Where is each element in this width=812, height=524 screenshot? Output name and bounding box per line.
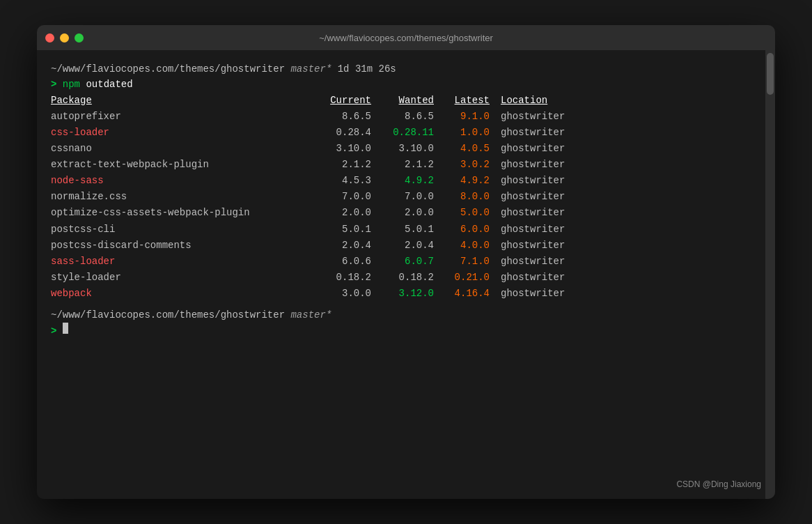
terminal-content: ~/www/flaviocopes.com/themes/ghostwriter… [37,50,775,499]
pkg-wanted: 6.0.7 [371,254,434,270]
pkg-wanted: 8.6.5 [371,109,434,125]
pkg-location: ghostwriter [490,125,573,141]
branch-1: master* [290,61,331,77]
table-row: node-sass 4.5.3 4.9.2 4.9.2 ghostwriter [51,173,761,189]
prompt-line-1: ~/www/flaviocopes.com/themes/ghostwriter… [51,61,761,77]
prompt-line-2: ~/www/flaviocopes.com/themes/ghostwriter… [51,307,761,323]
pkg-latest: 4.0.0 [434,238,490,254]
pkg-wanted: 0.18.2 [371,270,434,286]
pkg-wanted: 2.0.0 [371,205,434,221]
pkg-latest: 1.0.0 [434,125,490,141]
cmd-args: outdated [86,77,132,92]
pkg-latest: 3.0.2 [434,157,490,173]
pkg-location: ghostwriter [490,205,573,221]
pkg-latest: 7.1.0 [434,254,490,270]
pkg-current: 3.10.0 [309,141,371,157]
pkg-current: 2.0.4 [309,238,371,254]
pkg-wanted: 2.1.2 [371,157,434,173]
pkg-current: 7.0.0 [309,189,371,205]
table-row: webpack 3.0.0 3.12.0 4.16.4 ghostwriter [51,286,761,302]
traffic-lights [45,33,84,43]
prompt-line-3: > [51,323,761,339]
pkg-latest: 4.16.4 [434,286,490,302]
path-1: ~/www/flaviocopes.com/themes/ghostwriter [51,61,285,77]
pkg-latest: 5.0.0 [434,205,490,221]
pkg-name: normalize.css [51,189,309,205]
pkg-current: 8.6.5 [309,109,371,125]
pkg-name: css-loader [51,125,309,141]
pkg-location: ghostwriter [490,189,573,205]
prompt-symbol-2: > [51,323,63,339]
pkg-wanted: 0.28.11 [371,125,434,141]
pkg-latest: 4.0.5 [434,141,490,157]
header-wanted: Wanted [371,93,434,109]
table-row: sass-loader 6.0.6 6.0.7 7.1.0 ghostwrite… [51,254,761,270]
package-table: autoprefixer 8.6.5 8.6.5 9.1.0 ghostwrit… [51,109,761,302]
table-row: autoprefixer 8.6.5 8.6.5 9.1.0 ghostwrit… [51,109,761,125]
time-1: 1d 31m 26s [338,61,396,77]
pkg-location: ghostwriter [490,157,573,173]
table-row: extract-text-webpack-plugin 2.1.2 2.1.2 … [51,157,761,173]
pkg-name: cssnano [51,141,309,157]
pkg-location: ghostwriter [490,254,573,270]
pkg-wanted: 5.0.1 [371,222,434,238]
cursor [63,323,68,334]
pkg-wanted: 7.0.0 [371,189,434,205]
pkg-current: 5.0.1 [309,222,371,238]
pkg-name: postcss-discard-comments [51,238,309,254]
pkg-name: extract-text-webpack-plugin [51,157,309,173]
pkg-wanted: 4.9.2 [371,173,434,189]
pkg-current: 3.0.0 [309,286,371,302]
path-2: ~/www/flaviocopes.com/themes/ghostwriter [51,307,285,323]
scrollbar-track[interactable] [765,50,775,499]
table-row: normalize.css 7.0.0 7.0.0 8.0.0 ghostwri… [51,189,761,205]
pkg-latest: 8.0.0 [434,189,490,205]
table-row: optimize-css-assets-webpack-plugin 2.0.0… [51,205,761,221]
pkg-location: ghostwriter [490,286,573,302]
pkg-location: ghostwriter [490,173,573,189]
pkg-name: sass-loader [51,254,309,270]
close-button[interactable] [45,33,54,43]
table-header: Package Current Wanted Latest Location [51,93,761,109]
pkg-latest: 6.0.0 [434,222,490,238]
table-row: cssnano 3.10.0 3.10.0 4.0.5 ghostwriter [51,141,761,157]
command-line: > npm outdated [51,77,761,92]
pkg-current: 0.28.4 [309,125,371,141]
pkg-location: ghostwriter [490,109,573,125]
header-package: Package [51,93,309,109]
watermark: CSDN @Ding Jiaxiong [676,479,761,489]
title-bar: ~/www/flaviocopes.com/themes/ghostwriter [37,25,775,50]
pkg-location: ghostwriter [490,270,573,286]
pkg-latest: 4.9.2 [434,173,490,189]
pkg-location: ghostwriter [490,238,573,254]
pkg-name: node-sass [51,173,309,189]
pkg-current: 6.0.6 [309,254,371,270]
pkg-name: optimize-css-assets-webpack-plugin [51,205,309,221]
table-row: postcss-discard-comments 2.0.4 2.0.4 4.0… [51,238,761,254]
maximize-button[interactable] [75,33,84,43]
pkg-latest: 0.21.0 [434,270,490,286]
header-latest: Latest [434,93,490,109]
scrollbar-thumb[interactable] [767,53,774,95]
branch-2: master* [290,307,331,323]
pkg-current: 4.5.3 [309,173,371,189]
pkg-current: 2.1.2 [309,157,371,173]
pkg-wanted: 2.0.4 [371,238,434,254]
pkg-location: ghostwriter [490,222,573,238]
cmd-npm: npm [63,77,80,92]
pkg-wanted: 3.12.0 [371,286,434,302]
table-row: style-loader 0.18.2 0.18.2 0.21.0 ghostw… [51,270,761,286]
header-location: Location [490,93,573,109]
minimize-button[interactable] [60,33,69,43]
pkg-location: ghostwriter [490,141,573,157]
pkg-name: autoprefixer [51,109,309,125]
prompt-symbol: > [51,77,63,92]
pkg-name: webpack [51,286,309,302]
table-row: css-loader 0.28.4 0.28.11 1.0.0 ghostwri… [51,125,761,141]
terminal-window: ~/www/flaviocopes.com/themes/ghostwriter… [37,25,775,499]
pkg-wanted: 3.10.0 [371,141,434,157]
header-current: Current [309,93,371,109]
pkg-current: 2.0.0 [309,205,371,221]
pkg-name: postcss-cli [51,222,309,238]
pkg-latest: 9.1.0 [434,109,490,125]
